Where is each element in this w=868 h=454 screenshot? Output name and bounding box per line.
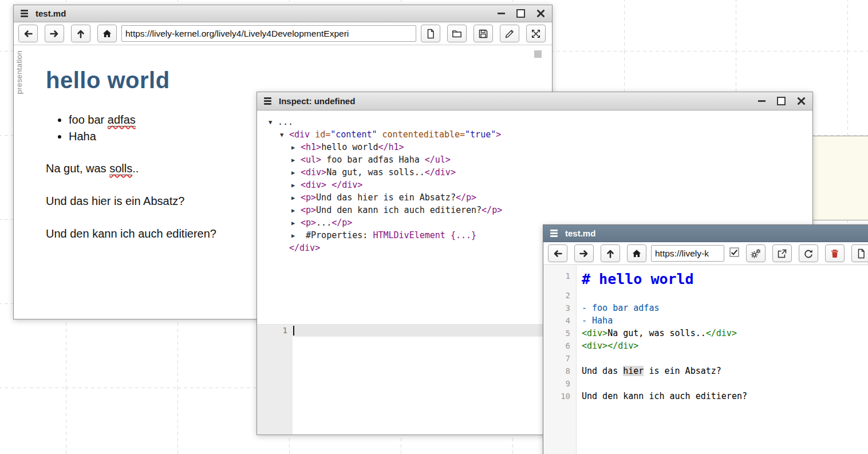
external-link-button[interactable] — [772, 244, 792, 262]
home-button[interactable] — [97, 25, 117, 42]
line-content: <div>Na gut, was solls..</div> — [576, 327, 737, 339]
window-menu-icon[interactable] — [21, 10, 28, 17]
titlebar[interactable]: test.md — [14, 5, 552, 22]
line-number: 2 — [543, 289, 576, 302]
expand-triangle-icon[interactable]: ▶ — [291, 204, 301, 216]
page-heading: hello world — [46, 68, 529, 93]
folder-button[interactable] — [447, 25, 467, 42]
editor-line[interactable]: 9 — [543, 377, 868, 390]
code-token: </div> — [425, 167, 456, 177]
code-token: Und das — [582, 366, 623, 376]
tree-node[interactable]: ▶<div> </div> — [269, 179, 812, 191]
checkbox-checked[interactable] — [729, 248, 739, 259]
expand-triangle-icon[interactable]: ▶ — [291, 229, 301, 242]
up-arrow-button[interactable] — [601, 244, 620, 262]
external-link-icon — [777, 248, 787, 259]
code-token: </p> — [482, 205, 502, 215]
tree-node[interactable]: ▶<p>Und das hier is ein Absatz?</p> — [269, 191, 812, 204]
text-run: .. — [132, 162, 139, 175]
settings-gears-button[interactable] — [746, 244, 766, 262]
highlighted-token: hier — [623, 366, 644, 376]
tree-node[interactable]: ▼<div id="content" contenteditable="true… — [269, 128, 812, 141]
back-arrow-button[interactable] — [18, 25, 38, 42]
editor-line[interactable]: 1# hello world — [543, 270, 868, 289]
expand-triangle-icon[interactable]: ▶ — [291, 179, 301, 191]
window-title: test.md — [565, 228, 595, 238]
expand-triangle-icon[interactable]: ▶ — [291, 153, 301, 166]
window-menu-icon[interactable] — [264, 97, 271, 105]
home-icon — [102, 29, 112, 39]
line-number: 1 — [257, 325, 293, 335]
titlebar[interactable]: test.md — [543, 225, 868, 242]
window-title: test.md — [35, 9, 66, 18]
refresh-button[interactable] — [799, 244, 818, 262]
home-button[interactable] — [627, 244, 646, 262]
tree-node[interactable]: ▶<p>Und den kann ich auch editieren?</p> — [269, 204, 812, 216]
presentation-label: presentation — [15, 50, 23, 94]
trash-button[interactable] — [825, 244, 845, 262]
code-token: ... — [316, 218, 332, 228]
up-arrow-icon — [76, 29, 86, 39]
code-token — [377, 129, 382, 140]
maximize-button[interactable] — [516, 9, 525, 18]
tree-node[interactable]: ▶<div>Na gut, was solls..</div> — [269, 166, 812, 179]
line-number: 6 — [543, 339, 576, 352]
editor-line[interactable]: 6<div></div> — [543, 339, 868, 352]
nav-button-group — [18, 25, 117, 42]
editor-lines: 1# hello world23- foo bar adfas4- Haha5<… — [543, 270, 868, 402]
minimize-button[interactable] — [758, 100, 766, 102]
code-token: <h1> — [301, 142, 321, 152]
edit-button[interactable] — [500, 25, 519, 42]
code-token: </p> — [456, 192, 476, 203]
editor-line[interactable]: 10Und den kann ich auch editieren? — [543, 390, 868, 402]
editor-line[interactable]: 7 — [543, 352, 868, 365]
expand-triangle-icon[interactable]: ▶ — [291, 216, 301, 229]
line-number: 4 — [543, 314, 576, 327]
line-number: 9 — [543, 377, 576, 390]
titlebar[interactable]: Inspect: undefined — [257, 92, 812, 110]
forward-arrow-button[interactable] — [574, 244, 594, 262]
text-run: foo bar — [69, 113, 108, 126]
window-menu-icon[interactable] — [550, 230, 558, 237]
markdown-editor-window: test.md 1# hello world23- foo bar adfas4… — [543, 224, 868, 454]
code-token: <div> — [582, 328, 607, 338]
new-file-button[interactable] — [851, 244, 868, 262]
new-file-button[interactable] — [421, 25, 440, 42]
url-input[interactable] — [121, 25, 416, 42]
code-editor[interactable]: 1# hello world23- foo bar adfas4- Haha5<… — [543, 266, 868, 454]
editor-line[interactable]: 3- foo bar adfas — [543, 302, 868, 314]
close-button[interactable] — [797, 97, 806, 105]
tree-node[interactable]: ▼... — [269, 116, 812, 128]
forward-arrow-icon — [49, 29, 60, 39]
expand-triangle-icon[interactable]: ▶ — [291, 191, 301, 204]
editor-line[interactable]: 5<div>Na gut, was solls..</div> — [543, 327, 868, 339]
expand-triangle-icon[interactable]: ▶ — [291, 166, 301, 179]
editor-line[interactable]: 2 — [543, 289, 868, 302]
expand-triangle-icon[interactable]: ▶ — [291, 141, 301, 153]
url-input[interactable] — [651, 245, 724, 262]
window-controls — [498, 9, 545, 18]
code-token: </div> — [289, 243, 320, 253]
code-token: foo bar adfas Haha — [321, 155, 425, 165]
tree-node[interactable]: ▶<ul> foo bar adfas Haha </ul> — [269, 153, 812, 166]
editor-line[interactable]: 8Und das hier is ein Absatz? — [543, 365, 868, 377]
close-button[interactable] — [536, 9, 545, 18]
up-arrow-button[interactable] — [71, 25, 90, 42]
tree-node[interactable]: ▶<h1>hello world</h1> — [269, 141, 812, 153]
up-arrow-icon — [605, 248, 616, 259]
partial-window[interactable] — [812, 136, 868, 220]
scrollbar-thumb[interactable] — [534, 50, 542, 58]
minimize-button[interactable] — [498, 13, 505, 15]
maximize-button[interactable] — [777, 97, 786, 105]
nav-button-group — [548, 244, 646, 262]
fullscreen-button[interactable] — [526, 25, 546, 42]
back-arrow-button[interactable] — [548, 244, 567, 262]
settings-gears-icon — [751, 248, 761, 259]
collapse-triangle-icon[interactable]: ▼ — [280, 128, 289, 141]
code-token: > — [496, 129, 501, 140]
save-button[interactable] — [474, 25, 493, 42]
line-number: 8 — [543, 365, 576, 377]
editor-line[interactable]: 4- Haha — [543, 314, 868, 327]
forward-arrow-button[interactable] — [45, 25, 64, 42]
collapse-triangle-icon[interactable]: ▼ — [269, 116, 278, 128]
